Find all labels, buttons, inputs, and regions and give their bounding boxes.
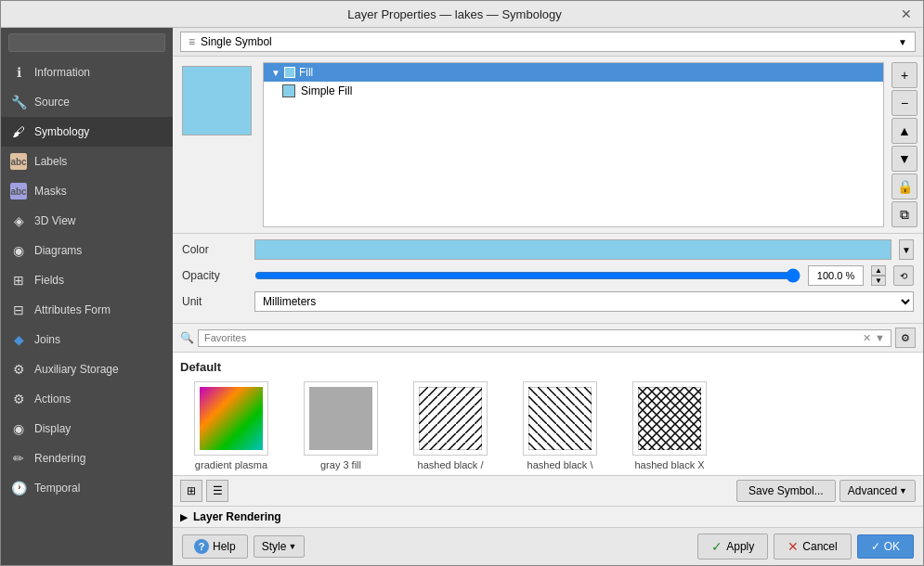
symbol-cell-hashed-backslash[interactable]: hashed black \ bbox=[509, 381, 611, 470]
sidebar-item-rendering[interactable]: ✏ Rendering bbox=[1, 444, 173, 473]
simple-fill-item[interactable]: Simple Fill bbox=[264, 82, 883, 100]
simple-fill-label: Simple Fill bbox=[301, 84, 352, 97]
opacity-up-arrow[interactable]: ▲ bbox=[871, 265, 886, 276]
attributes-form-icon: ⊟ bbox=[10, 302, 27, 318]
sidebar-item-attributes-form[interactable]: ⊟ Attributes Form bbox=[1, 295, 173, 325]
hashed-x-svg bbox=[638, 387, 701, 450]
library-search-clear-button[interactable]: ✕ bbox=[863, 332, 871, 344]
duplicate-button[interactable]: ⧉ bbox=[891, 201, 917, 227]
grid-view-button[interactable]: ⊞ bbox=[180, 480, 202, 502]
sidebar-item-joins[interactable]: ◆ Joins bbox=[1, 325, 173, 354]
ok-button[interactable]: ✓ OK bbox=[857, 534, 914, 559]
unit-select[interactable]: Millimeters bbox=[254, 291, 914, 312]
sidebar-item-label-rendering: Rendering bbox=[34, 452, 85, 465]
rendering-icon: ✏ bbox=[10, 450, 27, 467]
ok-checkmark-icon: ✓ bbox=[871, 540, 880, 553]
color-row: Color ▼ bbox=[182, 239, 914, 260]
list-view-button[interactable]: ☰ bbox=[206, 480, 228, 502]
unit-row: Unit Millimeters bbox=[182, 291, 914, 312]
symbol-cell-hashed-x[interactable]: hashed black X bbox=[618, 381, 721, 470]
sidebar-item-fields[interactable]: ⊞ Fields bbox=[1, 265, 173, 295]
sidebar-item-label-joins: Joins bbox=[34, 333, 60, 346]
grid-section-title: Default bbox=[180, 360, 916, 374]
library-search-input[interactable] bbox=[204, 332, 859, 343]
sidebar-item-label-fields: Fields bbox=[34, 274, 64, 287]
opacity-slider[interactable] bbox=[254, 268, 800, 283]
help-label: Help bbox=[213, 540, 236, 553]
layer-rendering-section[interactable]: ▶ Layer Rendering bbox=[173, 507, 923, 527]
symbol-cell-hashed-slash[interactable]: hashed black / bbox=[399, 381, 501, 470]
symbol-cell-gradient-plasma[interactable]: gradient plasma bbox=[180, 381, 282, 470]
style-button[interactable]: Style ▼ bbox=[254, 535, 306, 558]
library-search-box: ✕ ▼ bbox=[198, 329, 891, 347]
advanced-dropdown-icon: ▼ bbox=[899, 486, 907, 495]
apply-button[interactable]: ✓ Apply bbox=[697, 534, 768, 560]
symbol-preview bbox=[182, 66, 252, 135]
gray-3-fill-icon bbox=[304, 381, 378, 456]
sidebar-item-label-information: Information bbox=[34, 66, 90, 79]
opacity-label: Opacity bbox=[182, 269, 247, 282]
advanced-button[interactable]: Advanced ▼ bbox=[839, 480, 916, 502]
grid-toolbar: ⊞ ☰ Save Symbol... Advanced ▼ bbox=[173, 476, 923, 507]
window-title: Layer Properties — lakes — Symbology bbox=[10, 7, 899, 21]
cancel-button[interactable]: ✕ Cancel bbox=[774, 534, 851, 560]
display-icon: ◉ bbox=[10, 420, 27, 437]
color-picker[interactable] bbox=[254, 239, 891, 260]
hashed-backslash-svg bbox=[528, 387, 592, 450]
sidebar-item-actions[interactable]: ⚙ Actions bbox=[1, 384, 173, 414]
help-icon: ? bbox=[194, 539, 209, 554]
sidebar-search-input[interactable] bbox=[8, 33, 165, 52]
library-search-dropdown-button[interactable]: ▼ bbox=[875, 332, 885, 343]
sidebar-item-auxiliary-storage[interactable]: ⚙ Auxiliary Storage bbox=[1, 354, 173, 384]
source-icon: 🔧 bbox=[10, 94, 27, 110]
symbol-type-icon: ≡ bbox=[189, 35, 195, 48]
sidebar-item-temporal[interactable]: 🕐 Temporal bbox=[1, 473, 173, 503]
sidebar-item-label-temporal: Temporal bbox=[34, 482, 80, 495]
opacity-reset-button[interactable]: ⟲ bbox=[893, 265, 914, 286]
apply-label: Apply bbox=[726, 540, 754, 553]
library-bar: 🔍 ✕ ▼ ⚙ bbox=[173, 324, 923, 353]
svg-rect-5 bbox=[528, 387, 592, 450]
symbol-type-select[interactable]: ≡ Single Symbol ▼ bbox=[180, 32, 916, 52]
symbol-type-bar: ≡ Single Symbol ▼ bbox=[173, 28, 923, 57]
sidebar-item-labels[interactable]: abc Labels bbox=[1, 147, 173, 176]
sidebar-item-display[interactable]: ◉ Display bbox=[1, 414, 173, 444]
lock-button[interactable]: 🔒 bbox=[891, 174, 917, 199]
sidebar: ℹ Information 🔧 Source 🖌 Symbology abc L… bbox=[1, 28, 173, 565]
library-search-icon: 🔍 bbox=[180, 331, 194, 344]
symbol-cell-gray-3-fill[interactable]: gray 3 fill bbox=[290, 381, 392, 470]
sidebar-item-masks[interactable]: abc Masks bbox=[1, 176, 173, 206]
main-window: Layer Properties — lakes — Symbology ✕ ℹ… bbox=[0, 0, 924, 566]
masks-icon: abc bbox=[10, 183, 27, 199]
help-button[interactable]: ? Help bbox=[182, 534, 248, 559]
hashed-x-label: hashed black X bbox=[634, 459, 704, 470]
close-button[interactable]: ✕ bbox=[899, 6, 914, 21]
opacity-value-display: 100.0 % bbox=[808, 265, 864, 286]
fill-layer-header[interactable]: ▼ Fill bbox=[264, 63, 883, 82]
svg-rect-9 bbox=[638, 387, 701, 450]
hashed-x-icon bbox=[632, 381, 707, 456]
sidebar-item-symbology[interactable]: 🖌 Symbology bbox=[1, 117, 173, 147]
sidebar-item-information[interactable]: ℹ Information bbox=[1, 58, 173, 87]
symbol-grid-scroll[interactable]: Default gradient plasma bbox=[173, 353, 923, 476]
sidebar-item-3d-view[interactable]: ◈ 3D View bbox=[1, 206, 173, 236]
layer-rendering-label: Layer Rendering bbox=[193, 510, 281, 523]
move-up-button[interactable]: ▲ bbox=[891, 118, 917, 144]
sidebar-item-source[interactable]: 🔧 Source bbox=[1, 87, 173, 117]
library-options-button[interactable]: ⚙ bbox=[895, 328, 916, 348]
symbol-grid-area: Default gradient plasma bbox=[173, 353, 923, 476]
save-symbol-button[interactable]: Save Symbol... bbox=[736, 480, 836, 502]
remove-layer-button[interactable]: − bbox=[891, 90, 917, 116]
bottom-bar: ? Help Style ▼ ✓ Apply ✕ Cancel ✓ bbox=[173, 527, 923, 565]
opacity-down-arrow[interactable]: ▼ bbox=[871, 276, 886, 286]
add-layer-button[interactable]: + bbox=[891, 62, 917, 88]
sidebar-item-label-actions: Actions bbox=[34, 392, 71, 405]
sidebar-item-diagrams[interactable]: ◉ Diagrams bbox=[1, 236, 173, 265]
auxiliary-storage-icon: ⚙ bbox=[10, 361, 27, 378]
move-down-button[interactable]: ▼ bbox=[891, 146, 917, 172]
color-label: Color bbox=[182, 243, 247, 256]
symbology-icon: 🖌 bbox=[10, 123, 27, 140]
apply-checkmark-icon: ✓ bbox=[711, 539, 722, 554]
color-dropdown-btn[interactable]: ▼ bbox=[899, 239, 914, 260]
temporal-icon: 🕐 bbox=[10, 480, 27, 496]
